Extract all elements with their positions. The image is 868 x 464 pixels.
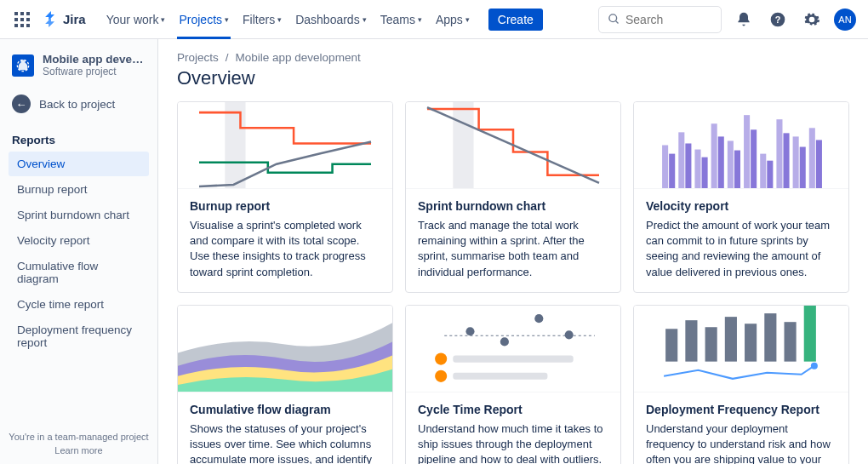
card-title: Cumulative flow diagram — [190, 403, 380, 416]
svg-point-39 — [534, 314, 543, 323]
chevron-down-icon: ▾ — [363, 15, 367, 24]
svg-rect-30 — [776, 119, 782, 188]
sidebar-item-overview[interactable]: Overview — [9, 152, 149, 176]
nav-item-teams[interactable]: Teams▾ — [374, 0, 429, 39]
svg-rect-2 — [26, 12, 30, 15]
nav-item-dashboards[interactable]: Dashboards▾ — [288, 0, 374, 39]
chevron-down-icon: ▾ — [418, 15, 422, 24]
nav-item-your-work[interactable]: Your work▾ — [100, 0, 173, 39]
report-card-cumulative-flow-diagram[interactable]: Cumulative flow diagramShows the statuse… — [177, 305, 393, 464]
svg-rect-52 — [804, 306, 816, 362]
svg-rect-19 — [685, 143, 691, 188]
chevron-down-icon: ▾ — [225, 15, 229, 24]
sidebar-item-deployment-frequency-report[interactable]: Deployment frequency report — [9, 318, 149, 355]
report-card-cycle-time-report[interactable]: Cycle Time ReportUnderstand how much tim… — [405, 305, 621, 464]
help-icon[interactable]: ? — [766, 8, 790, 32]
nav-item-apps[interactable]: Apps▾ — [429, 0, 477, 39]
svg-rect-16 — [662, 146, 668, 189]
svg-rect-7 — [20, 24, 24, 27]
report-thumbnail — [406, 102, 620, 189]
card-description: Predict the amount of work your team can… — [646, 218, 837, 280]
card-title: Velocity report — [646, 199, 837, 213]
jira-logo-text: Jira — [63, 12, 86, 26]
page-title: Overview — [177, 67, 849, 89]
top-nav: Jira Your work▾Projects▾Filters▾Dashboar… — [0, 0, 868, 39]
report-thumbnail — [634, 306, 848, 392]
project-avatar-icon — [12, 54, 34, 77]
svg-rect-6 — [14, 24, 18, 27]
sidebar-item-cycle-time-report[interactable]: Cycle time report — [9, 292, 149, 317]
back-to-project-link[interactable]: ← Back to project — [9, 88, 149, 120]
report-card-velocity-report[interactable]: Velocity reportPredict the amount of wor… — [633, 101, 849, 293]
sidebar-item-cumulative-flow-diagram[interactable]: Cumulative flow diagram — [9, 254, 149, 291]
report-card-burnup-report[interactable]: Burnup reportVisualise a sprint's comple… — [177, 101, 393, 293]
search-input[interactable] — [598, 6, 722, 33]
app-switcher-icon[interactable] — [12, 9, 32, 30]
svg-rect-21 — [702, 158, 708, 188]
svg-line-10 — [615, 20, 618, 23]
svg-rect-4 — [20, 18, 24, 21]
svg-point-53 — [811, 362, 818, 369]
svg-rect-47 — [705, 327, 717, 361]
main-content: Projects / Mobile app development Overvi… — [158, 39, 868, 464]
sidebar-item-burnup-report[interactable]: Burnup report — [9, 177, 149, 202]
report-thumbnail — [178, 306, 392, 392]
svg-rect-34 — [809, 128, 815, 188]
svg-rect-33 — [800, 147, 806, 188]
jira-logo-icon — [43, 11, 60, 28]
svg-rect-50 — [764, 313, 776, 362]
breadcrumb-current[interactable]: Mobile app development — [236, 51, 361, 64]
nav-item-label: Projects — [179, 13, 222, 26]
svg-rect-25 — [734, 151, 740, 188]
svg-rect-31 — [783, 133, 789, 188]
svg-point-38 — [500, 337, 509, 346]
nav-item-projects[interactable]: Projects▾ — [172, 0, 236, 39]
svg-rect-15 — [453, 102, 473, 188]
create-button[interactable]: Create — [488, 9, 543, 31]
card-title: Sprint burndown chart — [418, 199, 608, 213]
svg-rect-45 — [665, 329, 677, 361]
nav-item-label: Teams — [380, 13, 415, 26]
footer-line-1: You're in a team-managed project — [9, 432, 149, 442]
svg-point-37 — [465, 327, 474, 335]
report-card-deployment-frequency-report[interactable]: Deployment Frequency ReportUnderstand yo… — [633, 305, 849, 464]
sidebar-item-sprint-burndown-chart[interactable]: Sprint burndown chart — [9, 203, 149, 227]
card-description: Understand your deployment frequency to … — [646, 421, 837, 464]
report-card-sprint-burndown-chart[interactable]: Sprint burndown chartTrack and manage th… — [405, 101, 621, 293]
svg-rect-35 — [816, 140, 822, 188]
svg-rect-49 — [745, 324, 757, 361]
sidebar-item-velocity-report[interactable]: Velocity report — [9, 228, 149, 253]
svg-rect-44 — [453, 373, 547, 380]
svg-rect-46 — [685, 320, 697, 361]
card-title: Deployment Frequency Report — [646, 403, 837, 416]
breadcrumb-projects[interactable]: Projects — [177, 51, 219, 64]
sidebar-heading: Reports — [9, 127, 149, 152]
svg-rect-18 — [678, 132, 684, 188]
svg-point-43 — [435, 370, 447, 382]
svg-rect-32 — [793, 136, 799, 188]
svg-rect-14 — [225, 102, 245, 188]
back-label: Back to project — [39, 98, 115, 111]
svg-rect-28 — [760, 154, 766, 188]
svg-point-40 — [565, 330, 574, 339]
avatar[interactable]: AN — [834, 9, 856, 31]
svg-rect-1 — [20, 12, 24, 15]
svg-rect-17 — [669, 154, 675, 188]
back-arrow-icon: ← — [12, 95, 31, 113]
report-thumbnail — [406, 306, 620, 392]
search-field[interactable] — [625, 13, 712, 26]
card-description: Visualise a sprint's completed work and … — [190, 218, 380, 280]
svg-rect-29 — [767, 161, 773, 188]
nav-item-filters[interactable]: Filters▾ — [236, 0, 288, 39]
learn-more-link[interactable]: Learn more — [9, 445, 149, 455]
svg-text:?: ? — [775, 14, 781, 25]
sidebar-footer: You're in a team-managed project Learn m… — [9, 425, 149, 464]
notifications-icon[interactable] — [732, 8, 756, 32]
project-header[interactable]: Mobile app developm... Software project — [9, 53, 149, 88]
jira-logo[interactable]: Jira — [43, 11, 86, 28]
settings-icon[interactable] — [800, 8, 824, 32]
chevron-down-icon: ▾ — [465, 15, 470, 24]
card-title: Cycle Time Report — [418, 403, 608, 416]
sidebar: Mobile app developm... Software project … — [0, 39, 158, 464]
svg-rect-24 — [728, 140, 734, 188]
